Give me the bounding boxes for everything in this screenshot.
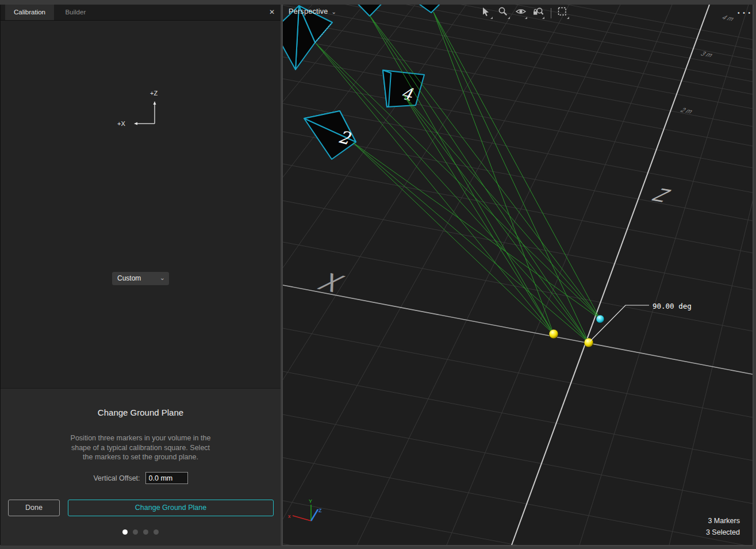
ground-plane-preset-dropdown[interactable]: Custom ⌄ bbox=[112, 272, 169, 285]
view-selector-label: Perspective bbox=[289, 7, 328, 16]
gizmo-z-label: Z bbox=[318, 508, 322, 513]
camera-frustum[interactable]: 4 bbox=[383, 70, 424, 107]
chevron-down-icon: ⌄ bbox=[332, 9, 337, 15]
panel-tab-bar: Calibration Builder ✕ bbox=[1, 5, 281, 21]
pager-dot[interactable] bbox=[133, 529, 138, 535]
scene-canvas[interactable]: X Z 2 m3 m4 m 42 90.00 deg x Y Z bbox=[283, 5, 753, 545]
wizard-pagination bbox=[1, 529, 281, 535]
gizmo-y-label: Y bbox=[309, 498, 312, 504]
cyan-marker[interactable] bbox=[596, 315, 604, 323]
change-ground-plane-card: Change Ground Plane Position three marke… bbox=[1, 388, 281, 546]
tab-calibration[interactable]: Calibration bbox=[5, 5, 54, 20]
grid-distance-label: 3 m bbox=[700, 51, 715, 59]
orientation-gizmo: x Y Z bbox=[288, 498, 322, 521]
calibration-panel: Calibration Builder ✕ +Z +X Custom ⌄ Cha… bbox=[0, 5, 281, 545]
select-tool-icon[interactable] bbox=[481, 6, 493, 20]
selection-status: 3 Markers 3 Selected bbox=[706, 515, 740, 538]
card-description: Position three markers in your volume in… bbox=[1, 433, 281, 462]
vertical-offset-row: Vertical Offset: bbox=[1, 472, 281, 484]
vertical-offset-input[interactable] bbox=[145, 472, 188, 484]
zoom-lock-tool-icon[interactable] bbox=[532, 6, 545, 20]
viewport-toolbar bbox=[481, 6, 570, 20]
toolbar-divider bbox=[551, 8, 551, 18]
marquee-select-tool-icon[interactable] bbox=[557, 6, 570, 20]
zoom-tool-icon[interactable] bbox=[498, 6, 511, 20]
floor-axis-label-x: X bbox=[312, 268, 351, 297]
axis-left-label: +X bbox=[117, 120, 125, 127]
grid-distance-label: 2 m bbox=[679, 106, 694, 114]
desc-line: Position three markers in your volume in… bbox=[1, 433, 281, 443]
viewport-overflow-menu-icon[interactable]: • • • bbox=[738, 10, 751, 16]
angle-leader-line bbox=[590, 305, 649, 341]
perspective-viewport[interactable]: X Z 2 m3 m4 m 42 90.00 deg x Y Z Perspec… bbox=[282, 5, 754, 546]
yellow-marker[interactable] bbox=[549, 329, 558, 339]
dropdown-value: Custom bbox=[112, 274, 141, 282]
grid-distance-label: 4 m bbox=[721, 14, 736, 22]
camera-frustum[interactable]: 2 bbox=[304, 111, 356, 159]
done-button[interactable]: Done bbox=[8, 500, 60, 516]
tab-builder[interactable]: Builder bbox=[56, 5, 94, 20]
change-ground-plane-button[interactable]: Change Ground Plane bbox=[68, 500, 274, 516]
desc-line: shape of a typical calibration square. S… bbox=[1, 443, 281, 453]
pager-dot[interactable] bbox=[143, 529, 148, 535]
panel-axis-indicator: +Z +X bbox=[116, 87, 164, 132]
vertical-offset-label: Vertical Offset: bbox=[93, 474, 140, 482]
chevron-down-icon: ⌄ bbox=[160, 271, 165, 285]
angle-label: 90.00 deg bbox=[653, 302, 692, 310]
desc-line: the markers to set the ground plane. bbox=[1, 452, 281, 462]
selected-count: 3 Selected bbox=[706, 527, 740, 538]
pager-dot[interactable] bbox=[153, 529, 159, 535]
gizmo-x-label: x bbox=[288, 513, 291, 519]
card-title: Change Ground Plane bbox=[1, 408, 281, 417]
view-selector[interactable]: Perspective⌄ bbox=[289, 7, 336, 16]
pager-dot[interactable] bbox=[122, 529, 128, 535]
visibility-tool-icon[interactable] bbox=[515, 6, 528, 20]
close-icon[interactable]: ✕ bbox=[267, 6, 277, 18]
axis-up-label: +Z bbox=[150, 90, 158, 97]
ground-grid bbox=[283, 5, 753, 545]
camera-rays bbox=[316, 12, 600, 343]
floor-axis-label-z: Z bbox=[648, 185, 676, 206]
marker-count: 3 Markers bbox=[706, 515, 740, 527]
